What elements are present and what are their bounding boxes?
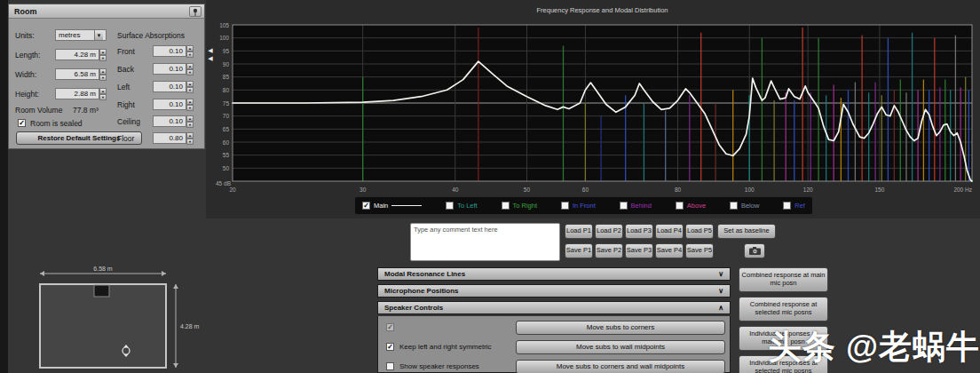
show-speaker-responses-checkbox[interactable] [386, 362, 394, 370]
svg-text:200 Hz: 200 Hz [953, 186, 972, 193]
section-label: Speaker Controls [384, 304, 443, 312]
combined-response-selected-button[interactable]: Combined response at selected mic posns [739, 297, 828, 321]
legend-item-ref[interactable]: Ref [783, 202, 805, 210]
absorption-floor-label: Floor [117, 134, 134, 143]
absorption-back-stepper[interactable]: ▲▼ [186, 63, 194, 75]
chevron-down-icon[interactable]: ▼ [94, 30, 103, 40]
section-microphone-positions[interactable]: Microphone Positions ∨ [377, 284, 731, 298]
svg-text:45 dB: 45 dB [216, 180, 231, 186]
svg-text:Frequency Response and Modal D: Frequency Response and Modal Distributio… [537, 6, 668, 14]
svg-text:60: 60 [223, 139, 230, 146]
legend-item-behind[interactable]: Behind [620, 202, 652, 210]
load-p3-button[interactable]: Load P3 [625, 224, 653, 239]
pin-button[interactable] [189, 6, 202, 17]
section-modal-resonance-lines[interactable]: Modal Resonance Lines ∨ [377, 267, 731, 281]
section-label: Modal Resonance Lines [384, 270, 465, 278]
chevron-up-icon: ∧ [718, 304, 723, 312]
legend-label: To Left [457, 202, 478, 210]
legend-label: Behind [631, 202, 652, 210]
length-stepper[interactable]: ▲▼ [99, 49, 107, 60]
length-label: Length: [15, 51, 40, 60]
legend-item-above[interactable]: Above [676, 202, 706, 210]
room-panel-title: Room [9, 4, 204, 19]
absorption-front-label: Front [117, 47, 135, 56]
absorption-right-label: Right [117, 100, 135, 109]
room-volume-label: Room Volume [15, 106, 62, 115]
move-subs-to-wall-midpoints-button[interactable]: Move subs to wall midpoints [516, 340, 725, 354]
length-field[interactable]: 4.28 m [55, 49, 99, 60]
speaker-controls-body: ✓ Move subs to corners ✓ Keep left and r… [377, 316, 731, 373]
svg-text:80: 80 [223, 87, 230, 93]
load-p2-button[interactable]: Load P2 [595, 224, 623, 239]
absorption-front-field[interactable]: 0.10 [153, 45, 186, 57]
svg-text:30: 30 [360, 186, 367, 193]
absorption-ceiling-label: Ceiling [117, 117, 140, 126]
ref-checkbox[interactable] [783, 202, 791, 210]
to-right-checkbox[interactable] [502, 202, 510, 210]
keep-symmetric-label: Keep left and right symmetric [399, 343, 492, 351]
legend-item-below[interactable]: Below [730, 202, 759, 210]
legend-item-in-front[interactable]: In Front [561, 202, 596, 210]
load-p1-button[interactable]: Load P1 [565, 224, 593, 239]
svg-text:75: 75 [223, 100, 230, 107]
units-select[interactable]: metres ▼ [55, 29, 107, 41]
in-front-checkbox[interactable] [561, 202, 569, 210]
subwoofer-marker [94, 285, 109, 297]
save-p2-button[interactable]: Save P2 [595, 243, 623, 258]
absorption-ceiling-stepper[interactable]: ▲▼ [186, 115, 194, 127]
height-label: Height: [15, 90, 39, 99]
room-sim-window: Room Units: metres ▼ Length: 4.28 m ▲▼ W… [0, 0, 980, 373]
move-subs-combined-button[interactable]: Move subs to corners and wall midpoints [516, 360, 725, 373]
absorption-right-field[interactable]: 0.10 [153, 99, 186, 110]
room-width-dimension: 6.58 m [93, 266, 113, 272]
above-checkbox[interactable] [676, 202, 684, 210]
svg-text:85: 85 [223, 74, 230, 80]
legend-item-main[interactable]: ✓ Main [362, 202, 422, 210]
width-stepper[interactable]: ▲▼ [99, 68, 107, 80]
height-stepper[interactable]: ▲▼ [99, 88, 107, 99]
legend-label: Above [687, 202, 706, 210]
frequency-response-chart[interactable]: 5055606570758085909510010545 dB203040506… [206, 0, 980, 218]
load-p5-button[interactable]: Load P5 [685, 224, 714, 239]
svg-text:80: 80 [675, 186, 682, 193]
load-p4-button[interactable]: Load P4 [655, 224, 684, 239]
svg-text:70: 70 [223, 113, 230, 119]
absorption-right-stepper[interactable]: ▲▼ [186, 99, 194, 110]
section-speaker-controls[interactable]: Speaker Controls ∧ [377, 301, 731, 314]
absorption-front-stepper[interactable]: ▲▼ [186, 45, 194, 57]
width-field[interactable]: 6.58 m [55, 68, 99, 80]
below-checkbox[interactable] [730, 202, 738, 210]
legend-label: Below [741, 202, 759, 210]
legend-label: Main [374, 202, 388, 210]
left-edge-strip [0, 0, 8, 373]
save-p5-button[interactable]: Save P5 [685, 243, 714, 258]
absorption-ceiling-field[interactable]: 0.10 [153, 115, 186, 127]
curve-legend: ✓ Main To Left To Right In Front Behind … [354, 196, 813, 215]
height-field[interactable]: 2.88 m [55, 88, 99, 99]
absorption-floor-field[interactable]: 0.80 [153, 132, 186, 144]
comment-input[interactable] [410, 223, 560, 261]
move-subs-to-corners-button[interactable]: Move subs to corners [516, 321, 725, 335]
set-as-baseline-button[interactable]: Set as baseline [717, 224, 776, 239]
to-left-checkbox[interactable] [446, 202, 454, 210]
save-p3-button[interactable]: Save P3 [625, 243, 653, 258]
legend-item-to-left[interactable]: To Left [446, 202, 478, 210]
save-p4-button[interactable]: Save P4 [655, 243, 684, 258]
legend-label: In Front [573, 202, 596, 210]
behind-checkbox[interactable] [620, 202, 628, 210]
chevron-down-icon: ∨ [718, 287, 723, 295]
save-p1-button[interactable]: Save P1 [565, 243, 593, 258]
svg-text:90: 90 [223, 61, 230, 67]
main-checkbox[interactable]: ✓ [362, 202, 370, 210]
capture-image-button[interactable] [744, 243, 765, 258]
room-sealed-checkbox[interactable]: ✓ [18, 119, 26, 127]
combined-response-main-button[interactable]: Combined response at main mic posn [739, 267, 828, 292]
main-line-swatch [391, 205, 422, 206]
legend-item-to-right[interactable]: To Right [502, 202, 538, 210]
absorption-back-field[interactable]: 0.10 [153, 63, 186, 75]
absorption-left-field[interactable]: 0.10 [153, 81, 186, 92]
absorption-floor-stepper[interactable]: ▲▼ [186, 132, 194, 144]
keep-symmetric-checkbox[interactable]: ✓ [386, 343, 394, 351]
absorption-left-stepper[interactable]: ▲▼ [186, 81, 194, 92]
speaker-option-1-checkbox[interactable]: ✓ [386, 323, 394, 331]
